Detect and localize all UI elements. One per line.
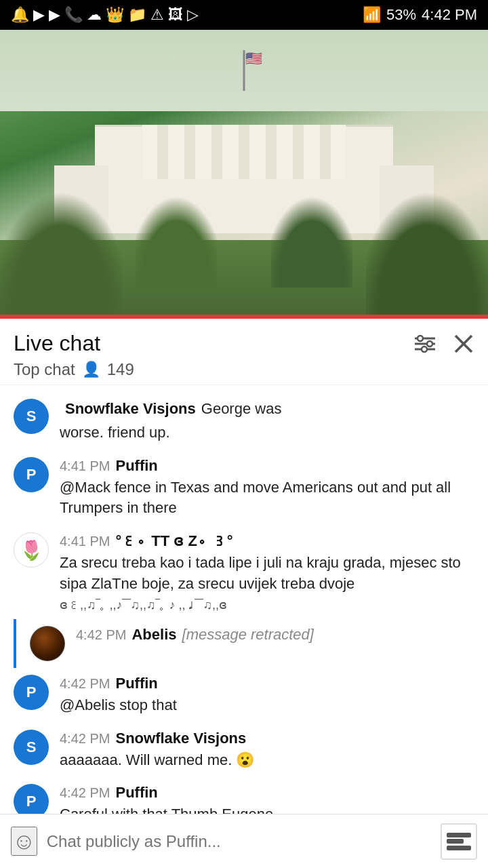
msg-author: Puffin xyxy=(115,457,157,475)
play-icon: ▷ xyxy=(187,6,199,24)
close-button[interactable] xyxy=(453,333,474,355)
avatar: P xyxy=(14,457,49,492)
svg-point-4 xyxy=(427,341,432,347)
super-chat-icon xyxy=(447,833,471,850)
msg-author: °꒰。TT ɞ Z。꒱° xyxy=(115,532,232,550)
status-notifications: 🔔 ▶ ▶ 📞 ☁ 👑 📁 ⚠ 🖼 ▷ xyxy=(11,6,199,24)
svg-point-3 xyxy=(418,336,423,341)
msg-text-body: aaaaaaa. Will warned me. 😮 xyxy=(60,750,474,771)
msg-content: 4:41 PM °꒰。TT ɞ Z。꒱° Za srecu treba kao … xyxy=(60,532,474,612)
status-bar: 🔔 ▶ ▶ 📞 ☁ 👑 📁 ⚠ 🖼 ▷ 📶 53% 4:42 PM xyxy=(0,0,488,30)
people-icon: 👤 xyxy=(82,361,100,378)
msg-meta: 4:42 PM Puffin xyxy=(60,675,474,692)
wifi-icon: 📶 xyxy=(363,6,381,24)
avatar: S xyxy=(14,399,49,434)
msg-retracted: [message retracted] xyxy=(182,626,314,644)
top-chat-label: Top chat xyxy=(14,360,75,379)
msg-content: 4:42 PM Puffin @Abelis stop that xyxy=(60,675,474,716)
msg-text: George was xyxy=(201,399,282,420)
msg-meta: 4:42 PM Snowflake Visjons xyxy=(60,730,474,747)
avatar xyxy=(30,626,65,661)
msg-time: 4:41 PM xyxy=(60,534,110,549)
msg-author: Snowflake Visjons xyxy=(115,730,246,747)
live-chat-title: Live chat xyxy=(14,331,100,356)
chat-subtitle: Top chat 👤 149 xyxy=(14,360,474,379)
msg-meta: 4:41 PM °꒰。TT ɞ Z。꒱° xyxy=(60,532,474,550)
chat-input-bar: ☺ xyxy=(0,814,488,868)
table-row: P 4:41 PM Puffin @Mack fence in Texas an… xyxy=(0,450,488,526)
warning-icon: ⚠ xyxy=(150,6,164,24)
chat-input[interactable] xyxy=(47,832,431,851)
msg-meta: Snowflake Visjons George was xyxy=(60,399,474,420)
msg-author: Snowflake Visjons xyxy=(65,400,196,418)
msg-content: 4:42 PM Snowflake Visjons aaaaaaa. Will … xyxy=(60,730,474,771)
battery-text: 53% xyxy=(386,6,416,24)
avatar: P xyxy=(14,675,49,710)
table-row: P 4:42 PM Puffin @Abelis stop that xyxy=(0,668,488,723)
chat-title-row: Live chat xyxy=(14,331,474,356)
avatar: 🌷 xyxy=(14,532,49,568)
hero-image: 🇺🇸 xyxy=(0,30,488,315)
table-row: S 4:42 PM Snowflake Visjons aaaaaaa. Wil… xyxy=(0,723,488,778)
clock: 4:42 PM xyxy=(422,6,477,24)
super-chat-button[interactable] xyxy=(441,823,477,860)
notification-icon: 🔔 xyxy=(11,6,29,24)
msg-time: 4:41 PM xyxy=(60,458,110,474)
table-row: 🌷 4:41 PM °꒰。TT ɞ Z。꒱° Za srecu treba ka… xyxy=(0,526,488,619)
msg-content: 4:42 PM Abelis [message retracted] xyxy=(76,626,474,646)
msg-time: 4:42 PM xyxy=(76,627,126,643)
cloud-icon: ☁ xyxy=(87,6,102,24)
youtube-icon: ▶ xyxy=(33,6,45,24)
emoji-button[interactable]: ☺ xyxy=(11,827,37,856)
msg-time: 4:42 PM xyxy=(60,676,110,692)
chat-panel: Live chat xyxy=(0,319,488,868)
msg-text-music: ɞ꒰,,♫‾｡ ,,♪‾‾♫,,♫‾｡ ♪ ,, ♩‾‾♫,,ɞ xyxy=(60,597,474,612)
filter-button[interactable] xyxy=(413,334,436,353)
msg-text-body: @Abelis stop that xyxy=(60,695,474,716)
msg-text-body: Za srecu treba kao i tada lipe i juli na… xyxy=(60,553,474,595)
msg-content: 4:41 PM Puffin @Mack fence in Texas and … xyxy=(60,457,474,519)
msg-time: 4:42 PM xyxy=(60,785,110,801)
msg-author: Abelis xyxy=(131,626,176,644)
msg-author: Puffin xyxy=(115,784,157,802)
table-row: S Snowflake Visjons George was worse. fr… xyxy=(0,392,488,450)
viewer-count: 149 xyxy=(107,360,134,379)
image-icon: 🖼 xyxy=(168,6,183,24)
chat-header: Live chat xyxy=(0,319,488,385)
msg-meta: 4:42 PM Abelis [message retracted] xyxy=(76,626,474,644)
msg-content: Snowflake Visjons George was worse. frie… xyxy=(60,399,474,443)
msg-meta: 4:42 PM Puffin xyxy=(60,784,474,802)
msg-text-body: @Mack fence in Texas and move Americans … xyxy=(60,477,474,519)
filter-icon xyxy=(413,334,436,353)
folder-icon: 📁 xyxy=(128,6,146,24)
msg-time: 4:42 PM xyxy=(60,731,110,747)
status-system: 📶 53% 4:42 PM xyxy=(363,6,477,24)
youtube-icon2: ▶ xyxy=(49,6,60,24)
msg-text-body: worse. friend up. xyxy=(60,422,474,443)
close-icon xyxy=(453,333,474,355)
svg-point-5 xyxy=(422,347,427,352)
avatar: S xyxy=(14,730,49,765)
crown-icon: 👑 xyxy=(106,6,124,24)
chat-header-icons xyxy=(413,333,474,355)
table-row: 4:42 PM Abelis [message retracted] xyxy=(14,619,488,668)
phone-icon: 📞 xyxy=(64,6,83,24)
msg-meta: 4:41 PM Puffin xyxy=(60,457,474,475)
msg-author: Puffin xyxy=(115,675,157,692)
chat-messages: S Snowflake Visjons George was worse. fr… xyxy=(0,385,488,868)
